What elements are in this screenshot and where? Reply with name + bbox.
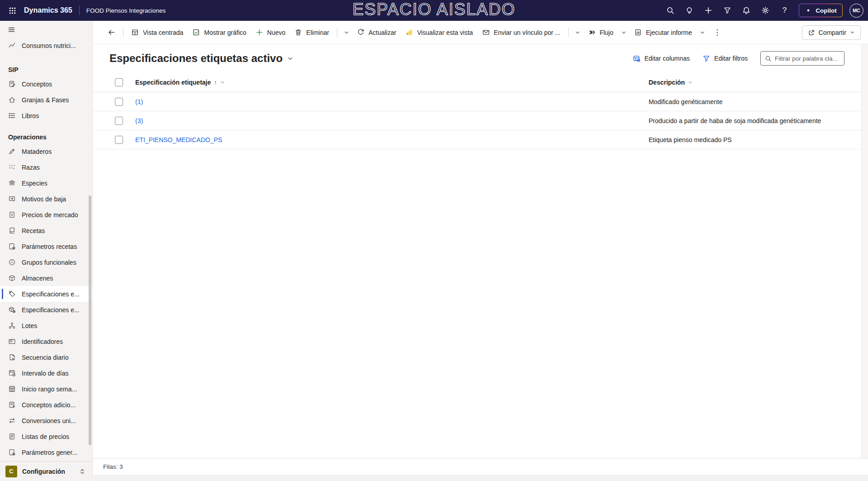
vertical-scrollbar[interactable] (861, 44, 868, 458)
editar-columnas-button[interactable]: Editar columnas (633, 55, 690, 62)
flujo-chevron[interactable] (618, 24, 630, 41)
calendar-clock-icon (8, 369, 16, 377)
data-grid: Especificación etiquetaje ↑ Descripción … (93, 72, 868, 458)
row-checkbox[interactable] (115, 117, 123, 125)
search-icon (765, 55, 772, 62)
chevron-down-icon (621, 30, 626, 35)
sidebar: Consumos nutrici... SIP Conceptos Granja… (0, 21, 93, 481)
sidebar-item-libros[interactable]: Libros (0, 108, 92, 124)
record-link[interactable]: (3) (135, 117, 143, 124)
eliminar-button[interactable]: Eliminar (290, 24, 334, 41)
command-bar: Vista centrada Mostrar gráfico Nuevo Eli… (93, 21, 868, 44)
row-checkbox[interactable] (115, 136, 123, 144)
swap-arrows-icon (8, 417, 16, 424)
table-row: (1) Modificado genéticamente (93, 92, 868, 111)
eliminar-split-chevron[interactable] (341, 24, 352, 41)
row-checkbox[interactable] (115, 98, 123, 106)
sidebar-item-parametros-recetas[interactable]: Parámetros recetas (0, 238, 92, 254)
record-link[interactable]: ETI_PIENSO_MEDICADO_PS (135, 136, 222, 143)
sidebar-item-identificadores[interactable]: Identificadores (0, 333, 92, 349)
area-switcher-configuracion[interactable]: C Configuración (0, 461, 92, 481)
flujo-button[interactable]: Flujo (583, 24, 618, 41)
sidebar-item-motivos-de-baja[interactable]: Motivos de baja (0, 191, 92, 207)
column-header-especificacion[interactable]: Especificación etiquetaje ↑ (135, 79, 649, 86)
ejecutar-informe-chevron[interactable] (697, 24, 708, 41)
view-area: Especificaciones etiquetas activo Editar… (93, 44, 868, 481)
waffle-icon[interactable] (5, 3, 20, 18)
copilot-button[interactable]: Copilot (799, 4, 843, 18)
sidebar-item-secuencia-diario[interactable]: Secuencia diario (0, 349, 92, 365)
view-header: Especificaciones etiquetas activo Editar… (93, 44, 868, 72)
gear-icon[interactable] (758, 3, 773, 18)
mostrar-grafico-button[interactable]: Mostrar gráfico (188, 24, 251, 41)
app-name[interactable]: FOOD Piensos Integraciones (86, 7, 166, 14)
compartir-button[interactable]: Compartir (802, 25, 861, 40)
toolbar-divider (123, 28, 123, 38)
search-icon[interactable] (663, 3, 678, 18)
grid-header-row: Especificación etiquetaje ↑ Descripción (93, 72, 868, 92)
editar-filtros-button[interactable]: Editar filtros (702, 55, 748, 62)
record-description: Modificado genéticamente (649, 98, 722, 105)
sidebar-item-razas[interactable]: Razas (0, 159, 92, 175)
keyword-filter-input[interactable] (775, 55, 840, 62)
circle-dots-icon (8, 258, 16, 266)
chart-icon (192, 29, 200, 36)
sidebar-item-parametros-generales[interactable]: Parámetros gener... (0, 444, 92, 460)
sidebar-item-precios-de-mercado[interactable]: Precios de mercado (0, 207, 92, 223)
select-all-checkbox[interactable] (115, 78, 123, 86)
sidebar-item-inicio-rango-semana[interactable]: Inicio rango sema... (0, 381, 92, 397)
toolbar-divider (568, 28, 569, 38)
sidebar-item-intervalo-de-dias[interactable]: Intervalo de días (0, 365, 92, 381)
sidebar-item-granjas-fases[interactable]: Granjas & Fases (0, 92, 92, 108)
more-commands-icon[interactable]: ⋮ (708, 24, 726, 41)
sidebar-item-recetas[interactable]: Recetas (0, 223, 92, 238)
chevron-up-down-icon[interactable] (79, 468, 85, 475)
sidebar-item-grupos-funcionales[interactable]: Grupos funcionales (0, 254, 92, 270)
bell-icon[interactable] (739, 3, 754, 18)
enviar-split-chevron[interactable] (572, 24, 583, 41)
enviar-vinculo-button[interactable]: Enviar un vínculo por ... (478, 24, 565, 41)
plus-icon[interactable] (701, 3, 716, 18)
envelope-icon (482, 29, 490, 36)
help-icon[interactable]: ? (777, 3, 792, 18)
sidebar-item-especificaciones-etiquetas[interactable]: Especificaciones e... (0, 286, 92, 302)
card-icon (8, 338, 16, 345)
cube-gear-icon (8, 306, 16, 314)
document-dollar-icon (8, 211, 16, 219)
lightbulb-icon[interactable] (682, 3, 697, 18)
vista-centrada-button[interactable]: Vista centrada (127, 24, 188, 41)
sidebar-item-conversiones-unidades[interactable]: Conversiones uni... (0, 413, 92, 429)
configuracion-badge: C (5, 466, 17, 477)
dynamics-brand[interactable]: Dynamics 365 (24, 6, 72, 14)
sidebar-item-lotes[interactable]: Lotes (0, 318, 92, 333)
visualizar-esta-vista-button[interactable]: Visualizar esta vista (401, 24, 477, 41)
horizontal-scrollbar[interactable] (93, 475, 868, 481)
sidebar-scrollbar[interactable] (89, 195, 91, 445)
sidebar-item-especificaciones-envases[interactable]: Especificaciones e... (0, 302, 92, 318)
chevron-down-icon (850, 30, 855, 35)
column-header-descripcion[interactable]: Descripción (649, 79, 854, 86)
ejecutar-informe-button[interactable]: Ejecutar informe (630, 24, 697, 41)
document-plus-icon (8, 401, 16, 409)
table-row: (3) Producido a partir de haba de soja m… (93, 111, 868, 130)
actualizar-button[interactable]: Actualizar (352, 24, 401, 41)
sidebar-item-conceptos[interactable]: Conceptos (0, 76, 92, 92)
nuevo-button[interactable]: Nuevo (251, 24, 290, 41)
trash-icon (294, 29, 302, 36)
record-link[interactable]: (1) (135, 98, 143, 105)
hamburger-menu-icon[interactable] (8, 26, 18, 36)
sidebar-item-conceptos-adicionales[interactable]: Conceptos adicio... (0, 397, 92, 413)
back-button[interactable] (103, 24, 120, 41)
keyword-filter-box (760, 51, 844, 66)
sidebar-item-mataderos[interactable]: Mataderos (0, 143, 92, 159)
sidebar-item-especies[interactable]: Especies (0, 175, 92, 191)
sidebar-section-operaciones: Operaciones (0, 124, 92, 143)
funnel-icon (702, 55, 710, 62)
chevron-down-icon (287, 56, 293, 62)
sidebar-item-consumos-nutricionales[interactable]: Consumos nutrici... (0, 38, 92, 53)
sidebar-item-almacenes[interactable]: Almacenes (0, 270, 92, 286)
sidebar-item-listas-de-precios[interactable]: Listas de precios (0, 429, 92, 444)
view-selector[interactable]: Especificaciones etiquetas activo (109, 52, 293, 65)
filter-icon[interactable] (720, 3, 735, 18)
avatar[interactable]: MC (849, 4, 863, 18)
